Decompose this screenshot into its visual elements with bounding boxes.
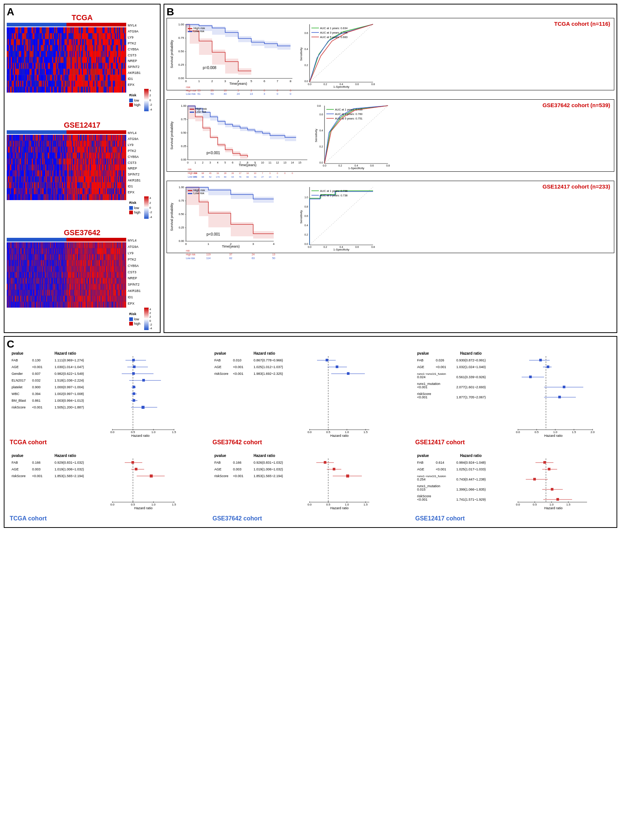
cohort-title-gse37642: GSE37642 cohort (n=539) <box>542 102 610 108</box>
svg-text:AGE: AGE <box>417 365 424 369</box>
svg-text:0.0: 0.0 <box>323 164 326 167</box>
forest-gse12417-uni: pvalue Hazard ratio 0.0 0.5 1.0 1.5 2.0 … <box>414 348 613 447</box>
svg-text:66: 66 <box>247 176 249 178</box>
svg-text:4: 4 <box>273 242 275 246</box>
svg-text:33: 33 <box>217 172 219 174</box>
svg-rect-343 <box>135 468 138 471</box>
svg-text:6: 6 <box>232 161 233 164</box>
forest-tcga-multi: pvalue Hazard ratio 0.0 0.5 1.0 1.5 Haza… <box>8 450 207 524</box>
svg-text:Hazard ratio: Hazard ratio <box>55 454 76 458</box>
svg-text:Hazard ratio: Hazard ratio <box>460 454 482 458</box>
svg-text:0.4: 0.4 <box>304 224 308 227</box>
svg-text:52: 52 <box>209 176 212 178</box>
svg-text:risk: risk <box>186 250 190 252</box>
forest-gse37642-multi-label: GSE37642 cohort <box>212 515 409 522</box>
gene-label-item: AKR1B1 <box>128 71 141 75</box>
svg-text:Hazard ratio: Hazard ratio <box>330 506 348 510</box>
svg-text:0.2: 0.2 <box>323 83 327 85</box>
legend-gse37642: Risk low high <box>129 308 152 330</box>
svg-text:0.00: 0.00 <box>179 239 184 243</box>
gene-label-item: AKR1B1 <box>128 179 141 183</box>
svg-text:0.166: 0.166 <box>32 461 41 465</box>
roc-svg-gse37642: Sensitivity 1-Specificity 0.0 0.2 0.4 0.… <box>313 102 392 180</box>
svg-text:61: 61 <box>198 92 200 95</box>
svg-text:27: 27 <box>261 176 264 178</box>
heatmap-tcga-title: TCGA <box>7 14 158 22</box>
svg-text:0: 0 <box>277 172 278 174</box>
svg-text:0.6: 0.6 <box>304 32 308 34</box>
svg-rect-371 <box>333 468 335 471</box>
svg-text:0.0: 0.0 <box>110 503 115 506</box>
svg-rect-171 <box>188 193 192 194</box>
svg-text:0.0: 0.0 <box>110 430 115 434</box>
svg-rect-366 <box>324 461 326 464</box>
svg-text:1: 1 <box>208 242 209 246</box>
svg-text:40: 40 <box>224 92 227 95</box>
svg-text:0.8: 0.8 <box>317 104 321 107</box>
svg-text:Hazard ratio: Hazard ratio <box>55 351 76 356</box>
forest-gse12417-uni-label: GSE12417 cohort <box>415 439 611 446</box>
color-scale-bar3 <box>144 308 148 330</box>
svg-text:0.015: 0.015 <box>417 487 426 491</box>
high-risk-box2 <box>129 210 133 214</box>
svg-text:0.4: 0.4 <box>304 48 308 50</box>
svg-text:<0.001: <0.001 <box>32 406 42 409</box>
gene-label-item: NREP <box>128 59 141 63</box>
svg-text:10: 10 <box>254 172 256 174</box>
heatmap-tcga: TCGA MYL4ATG9ALY9PTK2CYB5ACST3NREPSP/NT2… <box>7 14 158 111</box>
gene-label-item: CYB5A <box>128 48 141 51</box>
color-scale-bar <box>144 89 148 111</box>
svg-text:6: 6 <box>264 80 265 83</box>
svg-text:0: 0 <box>264 89 265 92</box>
svg-text:1-Specificity: 1-Specificity <box>333 248 349 251</box>
svg-text:17: 17 <box>239 172 242 174</box>
low-risk-box <box>129 98 133 102</box>
svg-text:1.5: 1.5 <box>572 430 576 434</box>
svg-text:AGE: AGE <box>214 365 221 369</box>
gene-labels-gse37642: MYL4ATG9ALY9PTK2CYB5ACST3NREPSP/NT2AKR1B… <box>128 238 141 307</box>
gene-label-item: CST3 <box>128 271 141 274</box>
svg-text:7: 7 <box>239 161 241 164</box>
svg-rect-217 <box>132 359 135 362</box>
svg-text:1.019(1.006~1.032): 1.019(1.006~1.032) <box>254 468 283 471</box>
gene-label-item: ID1 <box>128 296 141 300</box>
gene-label-item: CST3 <box>128 54 141 58</box>
svg-text:16: 16 <box>247 172 249 174</box>
svg-text:High risk: High risk <box>186 89 197 92</box>
svg-text:11: 11 <box>268 161 271 164</box>
low-risk-box2 <box>129 206 133 210</box>
svg-text:Hazard ratio: Hazard ratio <box>460 351 482 356</box>
svg-text:0.254: 0.254 <box>417 477 426 481</box>
svg-text:37: 37 <box>229 253 232 256</box>
svg-text:riskScore: riskScore <box>214 372 229 375</box>
svg-text:0.6: 0.6 <box>370 164 374 167</box>
svg-rect-97 <box>190 112 194 113</box>
svg-rect-169 <box>188 190 192 191</box>
svg-text:0.0: 0.0 <box>308 246 311 248</box>
legend-risk-title: Risk <box>129 93 141 97</box>
roc-plot-tcga: Sensitivity 1-Specificity 0.0 0.2 0.4 0.… <box>298 21 373 88</box>
svg-text:<0.001: <0.001 <box>233 474 244 478</box>
svg-text:0.2: 0.2 <box>304 64 308 67</box>
gene-label-item: ATG9A <box>128 30 141 33</box>
svg-text:pvalue: pvalue <box>417 351 429 356</box>
svg-text:0: 0 <box>277 89 278 92</box>
gene-label-item: CYB5A <box>128 264 141 268</box>
svg-text:1.983(1.692~2.325): 1.983(1.692~2.325) <box>254 372 283 375</box>
high-risk-box <box>129 103 133 107</box>
svg-text:1.025(1.012~1.037): 1.025(1.012~1.037) <box>254 365 283 369</box>
svg-text:FAB: FAB <box>417 359 423 362</box>
svg-text:0.394: 0.394 <box>32 392 41 396</box>
svg-text:5: 5 <box>224 161 226 164</box>
svg-text:1.111(0.969~1.274): 1.111(0.969~1.274) <box>55 359 84 362</box>
svg-text:FAB: FAB <box>214 359 221 362</box>
svg-rect-23 <box>188 31 192 32</box>
svg-text:1.019(1.006~1.032): 1.019(1.006~1.032) <box>55 468 84 471</box>
svg-rect-394 <box>543 461 546 464</box>
svg-text:riskScore: riskScore <box>214 474 229 478</box>
svg-text:0: 0 <box>185 242 187 246</box>
svg-text:pvalue: pvalue <box>12 454 24 458</box>
gene-label-item: ID1 <box>128 185 141 189</box>
gene-label-item: NREP <box>128 167 141 171</box>
survival-row-gse37642: GSE37642 cohort (n=539) Survival probabi… <box>167 99 614 172</box>
